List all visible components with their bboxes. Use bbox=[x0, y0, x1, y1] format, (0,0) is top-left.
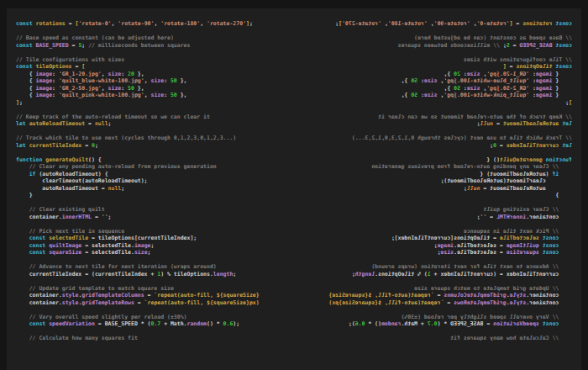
code-token: }, bbox=[401, 77, 411, 84]
code-token: size bbox=[467, 85, 480, 92]
code-token: ); bbox=[349, 320, 355, 327]
code-token: size bbox=[424, 92, 438, 98]
code-token: // Update grid template to match square … bbox=[16, 285, 174, 292]
code-token: ; bbox=[249, 20, 253, 27]
code-token: = bbox=[434, 292, 444, 299]
code-token: ; bbox=[335, 20, 339, 27]
code-token: container. bbox=[16, 214, 62, 220]
code-token: 0.6 bbox=[355, 320, 365, 327]
code-token: const bbox=[553, 63, 572, 70]
code-line: { image: 'GR_1-20.jpg', size: 20 }, bbox=[16, 71, 294, 78]
code-token: ; bbox=[81, 42, 88, 49]
code-token: // Advance to next tile for next iterati… bbox=[371, 263, 572, 270]
code-token: clearTimeout(autoReloadTimeout); bbox=[16, 177, 148, 184]
code-line bbox=[294, 278, 572, 285]
code-token: : bbox=[529, 71, 536, 77]
code-line: const selectedTile = tileOptions[current… bbox=[294, 235, 572, 242]
code-token: style bbox=[62, 299, 79, 306]
code-line: // Pick next tile in sequence bbox=[16, 228, 294, 235]
code-line: const quiltImage = selectedTile.image; bbox=[16, 242, 294, 250]
code-token: ) % tileOptions. bbox=[160, 271, 213, 278]
code-token: 'rotate-0' bbox=[476, 20, 509, 27]
code-token: 'quilt_pink-white-100.jpg' bbox=[444, 92, 529, 98]
code-token: size bbox=[108, 85, 122, 92]
code-token: = bbox=[66, 20, 76, 27]
code-token: random bbox=[381, 320, 401, 327]
code-token: } bbox=[555, 192, 572, 198]
code-token: container. bbox=[16, 292, 62, 299]
code-line bbox=[16, 256, 294, 264]
code-token: size bbox=[467, 71, 480, 77]
code-token: { bbox=[16, 85, 35, 92]
code-token: 'rotate-90' bbox=[118, 20, 154, 27]
code-line: function generateQuilt() { bbox=[16, 156, 294, 164]
mirrored-code-screenshot: const rotations = ['rotate-0', 'rotate-9… bbox=[0, 0, 588, 370]
code-token: selectedTile bbox=[500, 235, 539, 241]
code-token: , bbox=[470, 20, 477, 27]
code-token: const bbox=[16, 63, 35, 70]
code-line: let autoReloadTimeout = null; bbox=[294, 120, 572, 128]
code-token: size bbox=[134, 249, 148, 256]
code-token: = bbox=[134, 299, 144, 306]
code-token: = bbox=[444, 299, 454, 306]
code-line: let autoReloadTimeout = null; bbox=[16, 120, 294, 128]
code-token: : bbox=[164, 77, 171, 84]
code-token: [ bbox=[81, 63, 85, 70]
code-pane-left: const rotations = ['rotate-0', 'rotate-9… bbox=[0, 0, 294, 370]
code-token: image bbox=[35, 92, 52, 98]
code-token: image bbox=[536, 77, 553, 84]
code-token: // Track which tile to use next (cycles … bbox=[352, 135, 572, 141]
code-token: { bbox=[553, 92, 572, 98]
code-token: function bbox=[543, 156, 572, 163]
code-token: = bbox=[496, 142, 507, 149]
code-token: . bbox=[507, 299, 510, 306]
code-token: speedVariation bbox=[493, 320, 539, 327]
code-line: { image: 'quilt_pink-white-100.jpg', siz… bbox=[16, 92, 294, 99]
code-token: image bbox=[438, 242, 454, 249]
code-token: 'quilt_blue-white-100.jpg' bbox=[59, 77, 144, 84]
code-token: // Keep track of the auto-reload timeout… bbox=[378, 114, 572, 120]
code-token: random bbox=[187, 320, 207, 327]
code-token: `repeat(auto-fill, ${squareSize}px) bbox=[144, 299, 260, 306]
code-line bbox=[294, 49, 572, 56]
code-line: autoReloadTimeout = null; bbox=[16, 185, 294, 193]
code-token: : bbox=[52, 71, 59, 77]
code-token: 50 bbox=[171, 77, 177, 84]
code-token: // Vary overall speed slightly per reloa… bbox=[16, 314, 187, 320]
code-line bbox=[294, 128, 572, 135]
code-token: let bbox=[559, 142, 572, 149]
code-line: ]; bbox=[16, 99, 294, 107]
code-token: 'rotate-180' bbox=[160, 20, 200, 27]
code-token: ; bbox=[352, 271, 355, 278]
code-line bbox=[294, 149, 572, 156]
code-token: length bbox=[355, 271, 375, 278]
code-token: ; bbox=[121, 185, 124, 192]
code-token: }, bbox=[177, 77, 187, 84]
code-token: ; bbox=[434, 242, 438, 249]
code-token: , bbox=[438, 77, 444, 84]
code-token: // Vary overall speed slightly per reloa… bbox=[402, 314, 573, 320]
code-line: const tileOptions = [ bbox=[16, 63, 294, 71]
code-line: // Track which tile to use next (cycles … bbox=[16, 135, 294, 142]
code-line: if (autoReloadTimeout) { bbox=[16, 171, 294, 178]
code-line: const speedVariation = BASE_SPEED * (0.7… bbox=[16, 320, 294, 328]
code-line: container.style.gridTemplateColumns = `r… bbox=[294, 292, 572, 299]
code-token: `repeat(auto-fill, ${squareSize}px) bbox=[328, 299, 444, 306]
code-token: : bbox=[52, 92, 59, 98]
code-token: size bbox=[440, 249, 454, 256]
code-token: // Tile configurations with sizes bbox=[16, 56, 124, 63]
code-token: // Base speed as constant (can be adjust… bbox=[414, 34, 572, 41]
editor-surface-mirrored: const rotations = ['rotate-0', 'rotate-9… bbox=[294, 8, 581, 370]
code-token: ; bbox=[108, 120, 112, 127]
code-line bbox=[294, 106, 572, 114]
code-line bbox=[16, 149, 294, 156]
code-token: [ bbox=[510, 20, 513, 27]
code-token: let bbox=[16, 142, 29, 149]
code-token: = bbox=[92, 214, 102, 220]
code-token: { bbox=[16, 92, 35, 98]
code-token: const bbox=[16, 20, 35, 27]
code-line bbox=[294, 306, 572, 314]
code-token: style bbox=[62, 292, 79, 299]
code-token: const bbox=[16, 42, 35, 49]
code-block-mirrored: const rotations = ['rotate-0', 'rotate-9… bbox=[294, 20, 572, 370]
